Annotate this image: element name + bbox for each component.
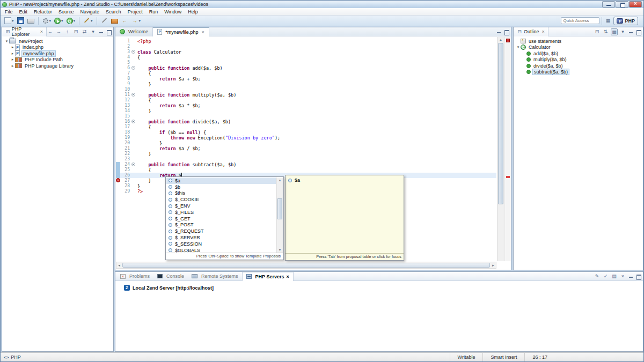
maximize-view-icon[interactable] [106, 29, 112, 35]
scroll-down-icon[interactable]: ▼ [277, 247, 283, 253]
close-view-icon[interactable]: × [40, 29, 43, 34]
code-line-12[interactable]: 12 { [116, 98, 496, 103]
code-line-21[interactable]: 21 return $a / $b; [116, 146, 496, 151]
expander-collapsed-icon[interactable]: ▸ [10, 45, 15, 49]
expander-collapsed-icon[interactable]: ▸ [10, 64, 15, 68]
minimize-view-icon[interactable] [98, 29, 104, 35]
vertical-scroll-thumb[interactable] [498, 43, 503, 204]
code-line-18[interactable]: 18 if ($b == null) { [116, 130, 496, 135]
dropdown-arrow-icon[interactable]: ▾ [12, 19, 14, 23]
menu-search[interactable]: Search [103, 9, 125, 15]
proposal-item-this[interactable]: $this [166, 190, 276, 197]
dropdown-arrow-icon[interactable]: ▾ [91, 19, 93, 23]
overview-ruler[interactable] [504, 37, 511, 261]
explorer-item-newproject[interactable]: ▾newProject [2, 38, 113, 45]
restore-window-button[interactable] [616, 1, 628, 8]
fold-collapse-icon[interactable] [131, 50, 135, 54]
dropdown-arrow-icon[interactable]: ▾ [139, 19, 141, 23]
menu-source[interactable]: Source [55, 9, 77, 15]
code-line-2[interactable]: 2 [116, 44, 496, 49]
code-line-19[interactable]: 19 throw new Exception("Division by zero… [116, 135, 496, 141]
horizontal-scroll-thumb[interactable] [122, 263, 490, 268]
forward-button[interactable]: →▾ [130, 16, 142, 25]
outline-item-calculator[interactable]: ▾CCalculator [514, 45, 643, 51]
fold-collapse-icon[interactable] [131, 120, 135, 123]
maximize-view-icon[interactable] [635, 29, 641, 35]
minimize-window-button[interactable] [602, 1, 615, 8]
back-icon[interactable]: ← [47, 28, 54, 35]
sort-icon[interactable]: ⇅ [602, 28, 609, 35]
debug-button[interactable]: ▾ [41, 16, 53, 25]
menu-edit[interactable]: Edit [16, 9, 31, 15]
proposal-item-session[interactable]: $_SESSION [166, 241, 276, 247]
vertical-scrollbar[interactable]: ▲ [497, 37, 504, 261]
scroll-right-icon[interactable]: ► [491, 264, 496, 267]
code-line-16[interactable]: 16 public function divide($a, $b) [116, 119, 496, 124]
code-line-8[interactable]: 8 return $a + $b; [116, 76, 496, 82]
code-line-22[interactable]: 22 } [116, 151, 496, 157]
filter-icon[interactable]: ▦ [611, 28, 618, 35]
code-line-9[interactable]: 9 } [116, 82, 496, 87]
outline-item-divide-a-b[interactable]: divide($a, $b) [514, 63, 643, 69]
code-line-4[interactable]: 4{ [116, 55, 496, 60]
php-perspective-button[interactable]: P PHP [613, 17, 638, 25]
close-tab-icon[interactable]: × [201, 29, 204, 35]
bottom-tab-problems[interactable]: ×Problems [116, 272, 153, 281]
profile-button[interactable]: Q▾ [65, 16, 77, 25]
menu-window[interactable]: Window [161, 9, 185, 15]
quick-access-input[interactable] [561, 17, 599, 24]
back-button[interactable]: ← [120, 16, 129, 25]
code-line-1[interactable]: 1<?php [116, 39, 496, 44]
close-tab-icon[interactable]: × [286, 274, 289, 279]
code-line-14[interactable]: 14 } [116, 108, 496, 114]
bottom-tab-console[interactable]: Console [153, 272, 188, 281]
bottom-tab-remote-systems[interactable]: Remote Systems [188, 272, 242, 281]
outline-tab[interactable]: ⊟ Outline × [514, 27, 548, 36]
run-button[interactable]: ▾ [53, 16, 64, 25]
expander-expanded-icon[interactable]: ▾ [4, 39, 9, 43]
scroll-up-icon[interactable]: ▲ [277, 178, 283, 183]
proposal-item-cookie[interactable]: $_COOKIE [166, 196, 276, 203]
edit-server-icon[interactable]: ✎ [594, 273, 601, 280]
proposal-scroll-thumb[interactable] [277, 198, 282, 219]
mark-occurrences-button[interactable] [100, 16, 109, 25]
scroll-up-icon[interactable]: ▲ [497, 37, 504, 42]
menu-help[interactable]: Help [185, 9, 201, 15]
new-wizard-button[interactable]: ▾ [82, 16, 94, 25]
collapse-all-icon[interactable]: ⊟ [594, 28, 601, 35]
forward-icon[interactable]: → [55, 28, 62, 35]
fold-collapse-icon[interactable] [131, 162, 135, 166]
explorer-item-index-php[interactable]: ▸Pindex.php [2, 45, 113, 51]
editor-tab-welcome[interactable]: Welcome [115, 27, 153, 36]
code-line-10[interactable]: 10 [116, 87, 496, 92]
outline-item-multiply-a-b[interactable]: multiply($a, $b) [514, 57, 643, 63]
proposal-scrollbar[interactable]: ▲ ▼ [276, 178, 283, 253]
code-line-5[interactable]: 5 [116, 60, 496, 65]
proposal-item-globals[interactable]: $GLOBALS [166, 247, 276, 253]
code-line-6[interactable]: 6 public function add($a, $b) [116, 65, 496, 71]
explorer-item-mynewfile-php[interactable]: ▸Pmynewfile.php [2, 50, 113, 57]
menu-navigate[interactable]: Navigate [77, 9, 103, 15]
up-icon[interactable]: ↑ [64, 28, 71, 35]
explorer-item-php-language-library[interactable]: ▸PHP Language Library [2, 63, 113, 69]
new-file-button[interactable]: ▾ [3, 16, 15, 25]
proposal-item-post[interactable]: $_POST [166, 222, 276, 228]
bottom-tab-php-servers[interactable]: PHP Servers× [242, 272, 294, 281]
code-line-15[interactable]: 15 [116, 114, 496, 119]
code-line-20[interactable]: 20 } [116, 141, 496, 146]
proposal-item-get[interactable]: $_GET [166, 216, 276, 222]
expander-collapsed-icon[interactable]: ▸ [10, 57, 15, 62]
code-line-11[interactable]: 11 public function multiply($a, $b) [116, 92, 496, 98]
link-with-editor-icon[interactable]: ⇄ [81, 28, 88, 35]
dropdown-arrow-icon[interactable]: ▾ [74, 19, 76, 23]
menu-file[interactable]: File [2, 9, 16, 15]
proposal-item-server[interactable]: $_SERVER [166, 234, 276, 241]
proposal-item-files[interactable]: $_FILES [166, 209, 276, 216]
properties-icon[interactable]: ▤ [611, 273, 618, 280]
collapse-all-icon[interactable]: ⊟ [72, 28, 79, 35]
minimize-view-icon[interactable] [628, 29, 634, 35]
last-edit-location-button[interactable] [110, 16, 119, 25]
scroll-left-icon[interactable]: ◄ [116, 264, 122, 267]
explorer-item-php-include-path[interactable]: ▸PHP Include Path [2, 57, 113, 63]
save-button[interactable] [16, 16, 25, 25]
